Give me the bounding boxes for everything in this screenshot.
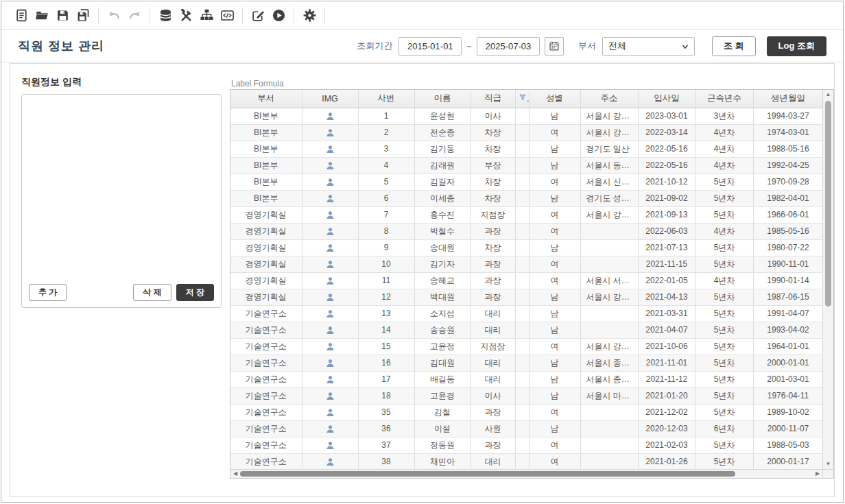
person-icon <box>302 305 358 322</box>
table-row[interactable]: 경영기획실11송혜교과장여서울시 서초구2022-01-054년차1990-01… <box>230 272 822 289</box>
date-to-input[interactable] <box>477 37 540 56</box>
cell-tenure: 5년차 <box>695 453 753 469</box>
cell-tenure: 5년차 <box>695 173 753 190</box>
table-row[interactable]: BI본부4김래원부장남서울시 동작구2022-05-164년차1992-04-2… <box>230 157 822 173</box>
redo-icon[interactable] <box>124 5 145 26</box>
table-row[interactable]: 기술연구소37정동원과장여2021-02-035년차1988-05-03 <box>230 437 822 453</box>
cell-address: 서울시 강남구 <box>580 338 638 355</box>
save-icon[interactable] <box>52 5 73 26</box>
col-tenure[interactable]: 근속년수 <box>695 90 753 108</box>
save-button[interactable]: 저 장 <box>176 284 214 301</box>
vertical-scrollbar[interactable]: ▲ ▼ <box>822 90 833 469</box>
cell-empno: 17 <box>358 371 414 387</box>
sitemap-icon[interactable] <box>196 5 217 26</box>
table-row[interactable]: BI본부1윤성현이사남서울시 강남구2023-03-013년차1994-03-2… <box>230 108 822 124</box>
cell-dept: 경영기획실 <box>230 223 302 239</box>
cell-hiredate: 2021-04-13 <box>638 289 695 305</box>
add-button[interactable]: 추 가 <box>29 284 67 301</box>
table-row[interactable]: 기술연구소18고윤경이사남서울시 마포구2021-01-205년차1976-04… <box>230 387 822 404</box>
col-gender[interactable]: 성별 <box>529 90 580 108</box>
search-button[interactable]: 조 회 <box>712 36 756 56</box>
table-row[interactable]: BI본부6이세종차장남경기도 성남시2021-09-025년차1982-04-0… <box>230 190 822 206</box>
table-row[interactable]: BI본부2전순종차장여서울시 강서구 ...2022-03-144년차1974-… <box>230 124 822 141</box>
tools-icon[interactable] <box>176 5 196 26</box>
table-row[interactable]: 기술연구소15고윤정지점장여서울시 강남구2021-10-065년차1964-0… <box>230 338 822 355</box>
table-row[interactable]: 기술연구소14송승원대리남2021-04-075년차1993-04-02 <box>230 322 822 338</box>
settings-gear-icon[interactable] <box>299 5 320 26</box>
cell-title: 과장 <box>471 404 515 420</box>
toolbar-separator <box>324 8 325 24</box>
undo-icon[interactable] <box>104 5 124 26</box>
cell-hiredate: 2022-05-16 <box>638 141 695 157</box>
cell-birthdate: 1989-10-02 <box>753 404 822 420</box>
delete-button[interactable]: 삭 제 <box>133 284 171 301</box>
cell-title: 차장 <box>471 141 515 157</box>
scroll-right-icon[interactable]: ▶ <box>813 470 822 478</box>
cell-birthdate: 2001-03-01 <box>753 371 822 387</box>
col-address[interactable]: 주소 <box>580 90 638 108</box>
filter-funnel-icon[interactable] <box>515 90 529 108</box>
run-icon[interactable] <box>268 5 289 26</box>
date-from-input[interactable] <box>398 37 462 56</box>
cell-dept: 기술연구소 <box>230 338 302 355</box>
cell-name: 김래원 <box>414 157 471 173</box>
cell-birthdate: 1990-11-01 <box>753 256 822 272</box>
col-img[interactable]: IMG <box>302 90 358 108</box>
cell-dept: 경영기획실 <box>230 289 302 305</box>
cell-tenure: 5년차 <box>695 338 753 355</box>
col-birthdate[interactable]: 생년월일 <box>753 90 822 108</box>
table-row[interactable]: BI본부5김길자차장여서울시 신촌대로2021-10-125년차1970-09-… <box>230 173 822 190</box>
cell-filter <box>515 141 529 157</box>
new-document-icon[interactable] <box>11 5 32 26</box>
cell-name: 전순종 <box>414 124 471 141</box>
col-empno[interactable]: 사번 <box>358 90 414 108</box>
cell-tenure: 5년차 <box>695 289 753 305</box>
department-select[interactable]: 전체 <box>602 37 695 56</box>
scroll-down-icon[interactable]: ▼ <box>823 459 833 469</box>
table-row[interactable]: 경영기획실7홍수진지점장여서울시 강서구2021-09-135년차1966-06… <box>230 206 822 223</box>
cell-title: 과장 <box>471 256 515 272</box>
cell-name: 송혜교 <box>414 272 471 289</box>
edit-icon[interactable] <box>248 5 268 26</box>
col-title[interactable]: 직급 <box>471 90 515 108</box>
cell-name: 채민아 <box>414 453 471 469</box>
scroll-left-icon[interactable]: ◀ <box>230 470 240 478</box>
person-icon <box>302 223 358 239</box>
table-row[interactable]: 기술연구소16김대원대리남서울시 종로구2021-11-015년차2000-01… <box>230 355 822 371</box>
cell-title: 이사 <box>471 108 515 124</box>
calendar-icon[interactable] <box>545 37 564 56</box>
table-row[interactable]: 경영기획실10김기자과장여2021-11-155년차1990-11-01 <box>230 256 822 272</box>
table-row[interactable]: 기술연구소13소지섭대리남2021-03-315년차1991-04-07 <box>230 305 822 322</box>
vertical-scroll-thumb[interactable] <box>825 101 831 307</box>
cell-filter <box>515 206 529 223</box>
table-row[interactable]: 기술연구소38채민아대리여2021-01-265년차2000-01-17 <box>230 453 822 469</box>
save-all-icon[interactable] <box>73 5 93 26</box>
database-icon[interactable] <box>155 5 176 26</box>
table-row[interactable]: 경영기획실8박철수과장여2022-06-034년차1985-05-16 <box>230 223 822 239</box>
table-row[interactable]: 경영기획실12백대원과장남서울시 강남구2021-04-135년차1987-06… <box>230 289 822 305</box>
table-row[interactable]: 기술연구소17배길동대리남서울시 종로구2021-11-125년차2001-03… <box>230 371 822 387</box>
col-hiredate[interactable]: 입사일 <box>638 90 695 108</box>
horizontal-scroll-thumb[interactable] <box>240 471 735 477</box>
log-search-button[interactable]: Log 조회 <box>767 36 826 56</box>
cell-empno: 3 <box>358 141 414 157</box>
table-row[interactable]: 경영기획실9송대원차장남2021-07-135년차1980-07-22 <box>230 239 822 256</box>
col-dept[interactable]: 부서 <box>230 90 302 108</box>
table-header-row: 부서 IMG 사번 이름 직급 성별 주소 입사일 근속년수 생년월일 <box>230 90 822 108</box>
cell-address <box>580 223 638 239</box>
cell-gender: 여 <box>529 453 580 469</box>
period-label: 조회기간 <box>357 40 392 52</box>
cell-empno: 38 <box>358 453 414 469</box>
table-row[interactable]: 기술연구소35김철과장여2021-12-025년차1989-10-02 <box>230 404 822 420</box>
col-name[interactable]: 이름 <box>414 90 471 108</box>
cell-dept: 기술연구소 <box>230 387 302 404</box>
code-icon[interactable] <box>217 5 237 26</box>
table-row[interactable]: BI본부3김기동차장남경기도 일산2022-05-164년차1988-05-16 <box>230 141 822 157</box>
open-folder-icon[interactable] <box>32 5 52 26</box>
cell-title: 부장 <box>471 157 515 173</box>
horizontal-scrollbar[interactable]: ◀ ▶ <box>230 469 822 478</box>
cell-birthdate: 1985-05-16 <box>753 223 822 239</box>
cell-tenure: 5년차 <box>695 322 753 338</box>
table-row[interactable]: 기술연구소36이설사원남2020-12-036년차2000-11-07 <box>230 420 822 437</box>
scroll-up-icon[interactable]: ▲ <box>823 90 833 99</box>
